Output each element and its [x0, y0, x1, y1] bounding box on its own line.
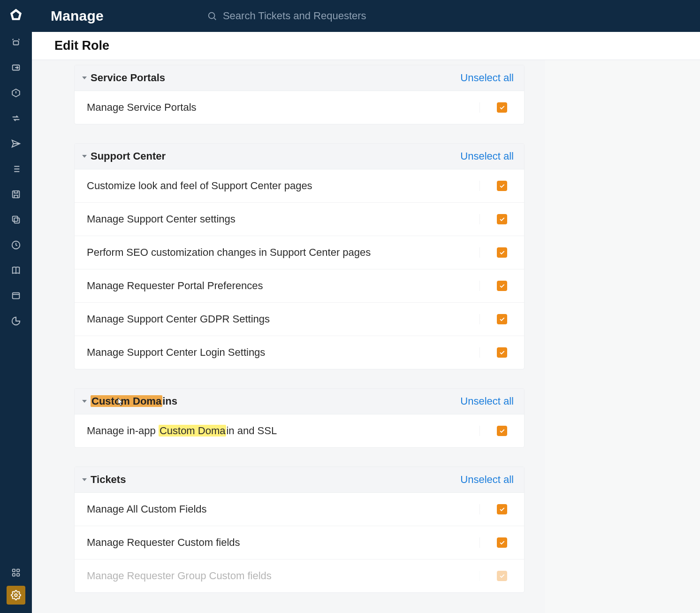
search-highlight: Custom Doma: [91, 395, 162, 407]
permission-checkbox[interactable]: [497, 281, 507, 291]
section-tickets: Tickets Unselect all Manage All Custom F…: [74, 467, 525, 593]
svg-rect-9: [13, 574, 15, 576]
section-header-service-portals[interactable]: Service Portals Unselect all: [75, 65, 524, 91]
unselect-all-link[interactable]: Unselect all: [460, 150, 514, 162]
unselect-all-link[interactable]: Unselect all: [460, 395, 514, 407]
inbox-arrow-icon[interactable]: [9, 61, 23, 74]
permission-label: Customize look and feel of Support Cente…: [87, 180, 312, 192]
topbar: Manage: [32, 0, 700, 32]
unselect-all-link[interactable]: Unselect all: [460, 474, 514, 486]
permission-checkbox[interactable]: [497, 247, 507, 258]
copy-icon[interactable]: [9, 213, 23, 226]
swap-icon[interactable]: [9, 112, 23, 125]
chevron-down-icon: [82, 77, 87, 79]
svg-point-12: [209, 13, 215, 19]
permission-checkbox[interactable]: [497, 314, 507, 324]
section-header-custom-domains[interactable]: Custom Domains Unselect all: [75, 389, 524, 414]
permission-row: Manage Support Center GDPR Settings: [75, 303, 524, 336]
pie-icon[interactable]: [9, 314, 23, 328]
chevron-down-icon: [82, 155, 87, 158]
section-title: Support Center: [91, 150, 166, 162]
permission-row: Manage All Custom Fields: [75, 493, 524, 526]
global-search[interactable]: [207, 10, 467, 22]
permission-label: Manage Requester Group Custom fields: [87, 570, 272, 582]
send-icon[interactable]: [9, 137, 23, 150]
permission-checkbox[interactable]: [497, 426, 507, 436]
sidebar-bottom: [7, 566, 25, 605]
permission-label: Perform SEO customization changes in Sup…: [87, 246, 371, 259]
permission-row: Manage Service Portals: [75, 91, 524, 124]
svg-rect-4: [13, 216, 18, 222]
window-icon[interactable]: [9, 289, 23, 302]
section-header-tickets[interactable]: Tickets Unselect all: [75, 467, 524, 493]
unselect-all-link[interactable]: Unselect all: [460, 72, 514, 84]
page-header: Edit Role: [32, 32, 700, 60]
svg-rect-0: [14, 41, 19, 45]
svg-rect-8: [17, 569, 20, 572]
section-service-portals: Service Portals Unselect all Manage Serv…: [74, 65, 525, 124]
permission-row: Manage in-app Custom Domain and SSL: [75, 414, 524, 447]
app-title: Manage: [51, 8, 104, 24]
permission-row: Manage Support Center Login Settings: [75, 336, 524, 369]
chevron-down-icon: [82, 400, 87, 403]
permissions-container: Service Portals Unselect all Manage Serv…: [74, 65, 525, 593]
clock-icon[interactable]: [9, 238, 23, 252]
permission-label: Manage Requester Custom fields: [87, 536, 240, 549]
alert-icon[interactable]: [9, 86, 23, 100]
search-icon: [207, 11, 217, 21]
permission-row: Manage Support Center settings: [75, 203, 524, 236]
permission-checkbox[interactable]: [497, 537, 507, 548]
sidebar-nav: [9, 36, 23, 328]
section-support-center: Support Center Unselect all Customize lo…: [74, 143, 525, 369]
permission-label: Manage in-app Custom Domain and SSL: [87, 425, 277, 437]
svg-rect-7: [13, 569, 15, 572]
permission-row: Manage Requester Group Custom fields: [75, 559, 524, 592]
permission-label: Manage Support Center GDPR Settings: [87, 313, 270, 325]
permission-row: Customize look and feel of Support Cente…: [75, 169, 524, 203]
search-input[interactable]: [223, 10, 467, 22]
section-title: Tickets: [91, 474, 126, 486]
permission-label: Manage Support Center settings: [87, 213, 236, 225]
svg-rect-2: [13, 191, 20, 198]
save-icon[interactable]: [9, 188, 23, 201]
app-logo[interactable]: [8, 7, 24, 23]
svg-rect-3: [14, 218, 19, 223]
section-title: Service Portals: [91, 72, 165, 84]
settings-icon[interactable]: [7, 586, 25, 605]
permission-checkbox[interactable]: [497, 571, 507, 581]
permission-row: Manage Requester Custom fields: [75, 526, 524, 559]
svg-rect-10: [17, 574, 20, 576]
svg-rect-6: [13, 293, 20, 299]
main-scroll[interactable]: Service Portals Unselect all Manage Serv…: [32, 60, 700, 613]
apps-icon[interactable]: [9, 566, 23, 579]
book-icon[interactable]: [9, 264, 23, 277]
section-custom-domains: Custom Domains Unselect all Manage in-ap…: [74, 388, 525, 448]
permission-checkbox[interactable]: [497, 347, 507, 358]
svg-point-11: [15, 594, 17, 597]
permission-row: Perform SEO customization changes in Sup…: [75, 236, 524, 269]
search-highlight: Custom Doma: [159, 425, 227, 437]
permission-row: Manage Requester Portal Preferences: [75, 269, 524, 303]
permission-label: Manage All Custom Fields: [87, 503, 207, 515]
permission-label: Manage Service Portals: [87, 101, 197, 114]
permission-checkbox[interactable]: [497, 102, 507, 113]
permission-label: Manage Support Center Login Settings: [87, 346, 265, 359]
permission-checkbox[interactable]: [497, 181, 507, 191]
permission-label: Manage Requester Portal Preferences: [87, 280, 263, 292]
section-header-support-center[interactable]: Support Center Unselect all: [75, 144, 524, 169]
page-title: Edit Role: [54, 38, 109, 53]
permission-checkbox[interactable]: [497, 504, 507, 514]
chevron-down-icon: [82, 478, 87, 481]
app-sidebar: [0, 0, 32, 613]
alarm-icon[interactable]: [9, 36, 23, 49]
permission-checkbox[interactable]: [497, 214, 507, 224]
list-icon[interactable]: [9, 162, 23, 176]
section-title: Custom Domains: [91, 395, 177, 407]
